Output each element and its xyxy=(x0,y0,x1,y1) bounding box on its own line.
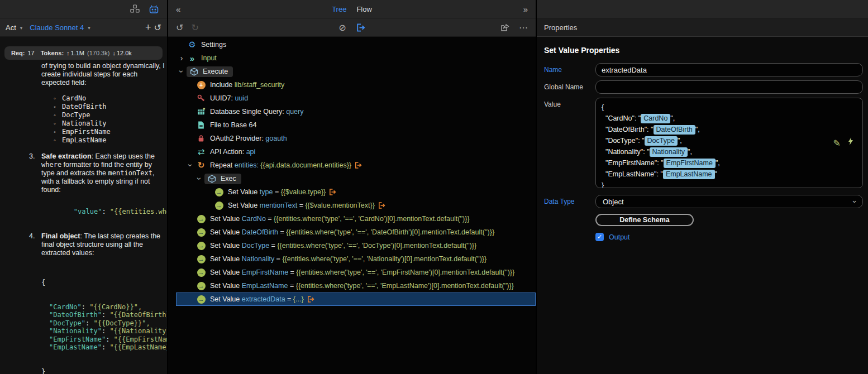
code-sep: : xyxy=(106,335,113,343)
code-block-line: "EmpLastName": "{{EmpLastName}}" xyxy=(41,343,167,352)
history-icon[interactable]: ↺ xyxy=(154,22,161,33)
chevron-collapsed-icon[interactable]: › xyxy=(177,54,187,63)
data-binding-chip[interactable]: EmpFirstName xyxy=(664,159,716,168)
tree-item-api-action[interactable]: ⇄API Action: api xyxy=(176,145,536,159)
tree-item-uuid7[interactable]: UUID7: uuid xyxy=(176,92,536,105)
chevron-expanded-icon[interactable]: › xyxy=(177,66,186,76)
robot-icon[interactable] xyxy=(149,4,159,14)
share-icon[interactable] xyxy=(500,23,510,32)
tree-item-set-value-mentiontext[interactable]: →Set Value mentionText = {{$value.mentio… xyxy=(176,199,536,212)
label-part: entities: xyxy=(235,161,259,169)
workflow-header-bar: « Tree Flow » xyxy=(168,0,536,18)
label-part: = xyxy=(297,202,305,209)
tree-item-label: Set Value extractedData = {...} xyxy=(210,295,304,303)
set-value-icon: → xyxy=(195,215,207,223)
value-json-lines: "CardNo": "CardNo", "DateOfBirth": "Date… xyxy=(602,113,857,180)
data-binding-chip[interactable]: CardNo xyxy=(641,114,670,123)
label-part: Input xyxy=(201,54,217,62)
data-type-label: Data Type xyxy=(544,195,595,208)
define-schema-button[interactable]: Define Schema xyxy=(595,214,694,226)
label-part: File to Base 64 xyxy=(210,121,256,129)
label-part: Set Value xyxy=(210,268,242,276)
run-export-icon[interactable] xyxy=(356,23,365,32)
label-part: Exec xyxy=(221,175,236,183)
tree-item-exec[interactable]: ›Exec xyxy=(176,172,536,185)
tree-item-execute[interactable]: ›Execute xyxy=(176,65,536,78)
label-part: Execute xyxy=(203,68,228,75)
include-plus-icon: + xyxy=(195,81,207,89)
tree-item-oauth2-provider[interactable]: OAuth2 Provider: goauth xyxy=(176,132,536,145)
tree-item-label: Set Value DocType = {{entities.where('ty… xyxy=(210,242,476,250)
global-name-input[interactable] xyxy=(595,80,863,94)
blocks-icon[interactable] xyxy=(130,4,140,13)
tree-item-set-value-dateofbirth[interactable]: →Set Value DateOfBirth = {{entities.wher… xyxy=(176,226,536,239)
dynamic-data-lightning-icon[interactable] xyxy=(848,137,853,149)
tree-item-label: UUID7: uuid xyxy=(210,94,248,102)
label-part: extractedData xyxy=(242,295,285,303)
bullet-icon: ◦ xyxy=(54,94,62,103)
tree-item-repeat-entities[interactable]: ›↻Repeat entities: {{api.data.document.e… xyxy=(176,159,536,172)
tab-tree[interactable]: Tree xyxy=(332,5,346,13)
code-block-line: "DateOfBirth": "{{DateOfBirth}}", xyxy=(41,311,167,319)
collapse-left-icon[interactable]: « xyxy=(176,4,180,14)
label-part: DocType xyxy=(242,242,269,250)
label-part: uuid xyxy=(235,94,248,102)
json-text: ", xyxy=(695,126,700,133)
tree-item-set-value-extracteddata[interactable]: →Set Value extractedData = {...} xyxy=(176,293,536,306)
value-open-brace: { xyxy=(602,102,857,113)
tree-item-set-value-cardno[interactable]: →Set Value CardNo = {{entities.where('ty… xyxy=(176,212,536,226)
field-list-item: ◦DateOfBirth xyxy=(54,103,167,111)
tree-item-set-value-type[interactable]: →Set Value type = {{$value.type}} xyxy=(176,185,536,199)
code-block-line: "EmpFirstName": "{{EmpFirstName}}", xyxy=(41,335,167,344)
collapse-right-icon[interactable]: » xyxy=(523,4,528,14)
label-part: {{$value.type}} xyxy=(281,188,326,196)
data-binding-chip[interactable]: Nationality xyxy=(650,147,688,157)
edit-pencil-icon[interactable]: ✎ xyxy=(833,137,841,148)
more-options-icon[interactable]: ⋯ xyxy=(519,22,528,33)
inline-code: mentionText xyxy=(108,169,152,177)
tab-flow[interactable]: Flow xyxy=(356,5,371,13)
output-export-icon xyxy=(329,189,336,195)
chevron-expanded-icon[interactable]: › xyxy=(195,174,204,184)
name-input[interactable] xyxy=(595,63,863,76)
model-dropdown[interactable]: Claude Sonnet 4 xyxy=(30,23,84,32)
code-value: "{{EmpFirstName}}", xyxy=(114,335,167,343)
mode-dropdown[interactable]: Act xyxy=(6,23,16,32)
data-binding-chip[interactable]: EmpLastName xyxy=(663,170,715,179)
ai-assistant-panel: Act ▾ Claude Sonnet 4 ▾ + ↺ Req: 17 Toke… xyxy=(0,0,168,374)
data-binding-chip[interactable]: DocType xyxy=(645,136,678,146)
tree-item-database-single-query[interactable]: Database Single Query: query xyxy=(176,105,536,118)
tree-item-set-value-empfirstname[interactable]: →Set Value EmpFirstName = {{entities.whe… xyxy=(176,266,536,279)
label-part: Repeat xyxy=(210,161,235,169)
data-binding-chip[interactable]: DateOfBirth xyxy=(654,125,695,135)
tree-item-set-value-nationality[interactable]: →Set Value Nationality = {{entities.wher… xyxy=(176,252,536,266)
json-text: ", xyxy=(678,137,682,145)
tree-item-include-lib-staff-security[interactable]: +Include lib/staff_security xyxy=(176,78,536,92)
input-icon: » xyxy=(187,54,198,63)
tree-item-settings[interactable]: ⚙Settings xyxy=(176,38,536,51)
action-tree: ⚙Settings›»Input›Execute+Include lib/sta… xyxy=(168,37,536,374)
field-list-item: ◦Nationality xyxy=(54,119,167,128)
json-text: "EmpFirstName": " xyxy=(602,159,664,167)
value-editor[interactable]: { "CardNo": "CardNo", "DateOfBirth": "Da… xyxy=(595,98,863,188)
tree-item-input[interactable]: ›»Input xyxy=(176,51,536,65)
code-value: "{{Nationality}}", xyxy=(109,327,167,335)
disable-step-icon[interactable]: ⊘ xyxy=(338,22,346,33)
output-checkbox[interactable]: ✓ xyxy=(595,233,604,241)
output-export-icon xyxy=(355,162,362,169)
tree-item-file-to-base64[interactable]: File to Base 64 xyxy=(176,118,536,132)
undo-icon[interactable]: ↺ xyxy=(176,22,183,33)
bold-text: Safe extraction xyxy=(41,152,92,160)
set-value-icon: → xyxy=(195,255,207,263)
list-number: 4. xyxy=(29,232,37,257)
new-chat-button[interactable]: + xyxy=(145,22,151,33)
code-key: "EmpFirstName" xyxy=(49,335,106,343)
code-sep: : xyxy=(102,343,109,351)
tree-item-set-value-emplastname[interactable]: →Set Value EmpLastName = {{entities.wher… xyxy=(176,279,536,293)
database-table-icon xyxy=(195,108,207,116)
data-type-select[interactable]: Object › xyxy=(595,195,863,208)
properties-header: Properties xyxy=(537,18,868,37)
tree-item-set-value-doctype[interactable]: →Set Value DocType = {{entities.where('t… xyxy=(176,239,536,252)
chevron-expanded-icon[interactable]: › xyxy=(186,160,195,170)
bullet-icon: ◦ xyxy=(54,136,62,145)
